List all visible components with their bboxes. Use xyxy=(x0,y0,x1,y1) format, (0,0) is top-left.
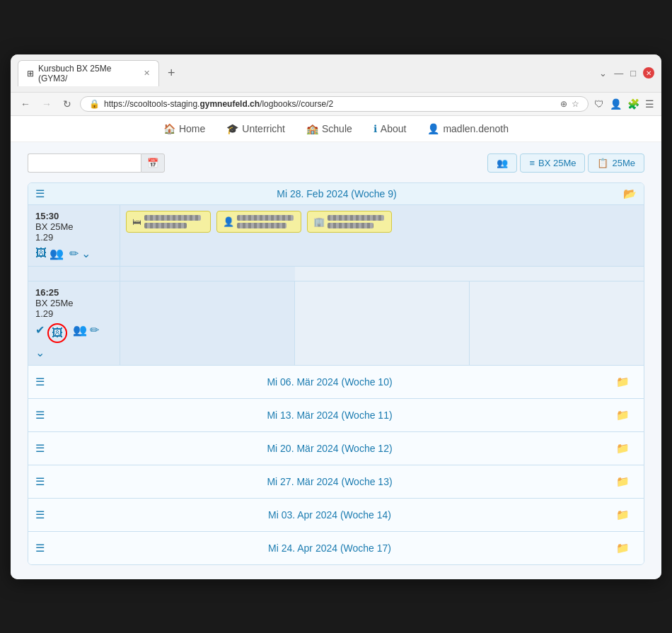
chevron-down-icon-2[interactable]: ⌄ xyxy=(35,346,45,359)
lesson-2-content xyxy=(120,281,644,365)
collapsed-week-expand-icon-3[interactable]: ☰ xyxy=(35,475,45,488)
collapsed-week-expand-icon-1[interactable]: ☰ xyxy=(35,409,45,422)
card-2-text xyxy=(237,215,294,228)
back-btn[interactable]: ← xyxy=(18,97,33,111)
collapsed-week-label-0: Mi 06. Mär 2024 (Woche 10) xyxy=(50,376,609,388)
collapsed-week-2: ☰ Mi 20. Mär 2024 (Woche 12) 📁 xyxy=(28,432,644,465)
collapsed-week-expand-icon-5[interactable]: ☰ xyxy=(35,542,45,554)
toolbar: 📅 👥 ≡ BX 25Me 📋 25Me xyxy=(28,153,644,173)
main-content: 📅 👥 ≡ BX 25Me 📋 25Me ☰ Mi xyxy=(11,142,661,579)
calendar-container: ☰ Mi 28. Feb 2024 (Woche 9) 📂 15:30 BX 2… xyxy=(28,182,644,565)
week-9-folder-icon[interactable]: 📂 xyxy=(623,187,637,200)
lesson-card-3[interactable]: 🏢 xyxy=(307,211,392,233)
collapsed-week-folder-2[interactable]: 📁 xyxy=(609,437,637,460)
people-icon-2[interactable]: 👥 xyxy=(73,323,87,343)
collapsed-week-label-4: Mi 03. Apr 2024 (Woche 14) xyxy=(50,509,609,521)
site-navigation: 🏠 Home 🎓 Unterricht 🏫 Schule ℹ About 👤 m… xyxy=(11,116,661,142)
menu-icon[interactable]: ☰ xyxy=(645,98,654,110)
collapsed-week-label-5: Mi 24. Apr 2024 (Woche 17) xyxy=(50,542,609,554)
lesson-1-time: 15:30 xyxy=(35,211,112,221)
lesson-1-extra-row xyxy=(28,267,644,281)
bx-view-btn[interactable]: ≡ BX 25Me xyxy=(520,153,585,173)
collapsed-week-1: ☰ Mi 13. Mär 2024 (Woche 11) 📁 xyxy=(28,399,644,432)
user-icon: 👤 xyxy=(427,123,439,134)
lesson-card-1[interactable]: 🛏 xyxy=(126,211,211,233)
book-icon: 📋 xyxy=(597,158,608,168)
image-icon[interactable]: 🖼 xyxy=(35,247,47,260)
lesson-1-class: BX 25Me xyxy=(35,221,112,232)
address-bar[interactable]: 🔒 https://scooltools-staging.gymneufeld.… xyxy=(80,96,589,112)
extensions-icon[interactable]: 🧩 xyxy=(627,98,639,110)
collapsed-week-folder-5[interactable]: 📁 xyxy=(609,537,637,559)
minimize-icon[interactable]: — xyxy=(614,68,623,79)
close-browser-btn[interactable]: ✕ xyxy=(643,67,654,79)
browser-toolbar: 🛡 👤 🧩 ☰ xyxy=(594,98,654,110)
lesson-2-time: 16:25 xyxy=(35,287,112,298)
tab-favicon: ⊞ xyxy=(27,69,34,79)
lesson-1-actions: 🖼 👥 ✏ ⌄ xyxy=(35,247,112,260)
maximize-icon[interactable]: □ xyxy=(630,68,636,79)
chevron-down-icon[interactable]: ⌄ xyxy=(81,247,91,260)
lesson-2-info: 16:25 BX 25Me 1.29 ✔ 🖼 👥 ✏ ⌄ xyxy=(28,281,120,365)
collapsed-week-expand-icon-0[interactable]: ☰ xyxy=(35,376,45,388)
lesson-1-info: 15:30 BX 25Me 1.29 🖼 👥 ✏ ⌄ xyxy=(28,205,120,266)
collapsed-weeks-container: ☰ Mi 06. Mär 2024 (Woche 10) 📁 ☰ Mi 13. … xyxy=(28,366,644,564)
view-buttons: 👥 ≡ BX 25Me 📋 25Me xyxy=(487,153,644,173)
lesson-2-area: 16:25 BX 25Me 1.29 ✔ 🖼 👥 ✏ ⌄ xyxy=(28,281,644,366)
group-icon: 👥 xyxy=(497,158,508,168)
check-icon[interactable]: ✔ xyxy=(35,323,45,343)
collapsed-week-label-3: Mi 27. Mär 2024 (Woche 13) xyxy=(50,476,609,487)
collapsed-week-expand-icon-2[interactable]: ☰ xyxy=(35,442,45,455)
lesson-card-2[interactable]: 👤 xyxy=(216,211,301,233)
me-view-btn[interactable]: 📋 25Me xyxy=(588,153,644,173)
browser-window: ⊞ Kursbuch BX 25Me (GYM3/ ✕ + ⌄ — □ ✕ ← … xyxy=(11,54,661,579)
unterricht-icon: 🎓 xyxy=(226,123,238,134)
group-view-btn[interactable]: 👥 xyxy=(487,153,517,173)
people-icon[interactable]: 👥 xyxy=(50,247,64,260)
url-display: https://scooltools-staging.gymneufeld.ch… xyxy=(104,99,556,109)
person-icon: 👤 xyxy=(223,216,234,227)
calendar-btn[interactable]: 📅 xyxy=(141,153,165,173)
image-icon-highlighted[interactable]: 🖼 xyxy=(47,323,67,343)
collapsed-week-label-1: Mi 13. Mär 2024 (Woche 11) xyxy=(50,410,609,421)
refresh-btn[interactable]: ↻ xyxy=(60,97,74,111)
bookmark-icon[interactable]: ☆ xyxy=(572,99,579,109)
new-tab-btn[interactable]: + xyxy=(163,66,180,81)
tab-close-btn[interactable]: ✕ xyxy=(144,69,150,78)
account-icon[interactable]: 👤 xyxy=(610,98,622,110)
collapsed-week-5: ☰ Mi 24. Apr 2024 (Woche 17) 📁 xyxy=(28,532,644,564)
nav-user[interactable]: 👤 madlen.denoth xyxy=(427,123,509,134)
tab-menu-icon[interactable]: ⌄ xyxy=(599,68,607,79)
lesson-2-actions: ✔ 🖼 👥 ✏ ⌄ xyxy=(35,323,112,359)
week-expand-icon[interactable]: ☰ xyxy=(35,187,45,200)
nav-about[interactable]: ℹ About xyxy=(373,123,407,134)
security-icon: 🔒 xyxy=(89,99,100,109)
translate-icon[interactable]: ⊕ xyxy=(560,99,567,109)
schule-icon: 🏫 xyxy=(306,123,318,134)
nav-home[interactable]: 🏠 Home xyxy=(163,123,205,134)
collapsed-week-label-2: Mi 20. Mär 2024 (Woche 12) xyxy=(50,443,609,454)
collapsed-week-folder-1[interactable]: 📁 xyxy=(609,404,637,426)
card-3-text xyxy=(328,215,384,228)
about-icon: ℹ xyxy=(373,123,377,134)
collapsed-week-0: ☰ Mi 06. Mär 2024 (Woche 10) 📁 xyxy=(28,366,644,399)
forward-btn[interactable]: → xyxy=(39,97,54,111)
shield-icon[interactable]: 🛡 xyxy=(594,98,604,110)
lesson-1-cards: 🛏 👤 xyxy=(120,205,644,266)
collapsed-week-folder-0[interactable]: 📁 xyxy=(609,371,637,393)
home-icon: 🏠 xyxy=(163,123,175,134)
address-bar-row: ← → ↻ 🔒 https://scooltools-staging.gymne… xyxy=(11,93,661,116)
edit-icon-2[interactable]: ✏ xyxy=(90,323,99,343)
collapsed-week-4: ☰ Mi 03. Apr 2024 (Woche 14) 📁 xyxy=(28,499,644,532)
collapsed-week-folder-3[interactable]: 📁 xyxy=(609,470,637,493)
tab-bar: ⊞ Kursbuch BX 25Me (GYM3/ ✕ + ⌄ — □ ✕ xyxy=(11,54,661,93)
nav-schule[interactable]: 🏫 Schule xyxy=(306,123,352,134)
edit-icon[interactable]: ✏ xyxy=(69,247,79,260)
date-input[interactable] xyxy=(28,153,141,173)
nav-unterricht[interactable]: 🎓 Unterricht xyxy=(226,123,285,134)
collapsed-week-expand-icon-4[interactable]: ☰ xyxy=(35,509,45,521)
building-icon: 🏢 xyxy=(313,216,325,227)
card-1-text xyxy=(144,215,201,228)
collapsed-week-folder-4[interactable]: 📁 xyxy=(609,504,637,526)
active-tab[interactable]: ⊞ Kursbuch BX 25Me (GYM3/ ✕ xyxy=(18,60,159,86)
